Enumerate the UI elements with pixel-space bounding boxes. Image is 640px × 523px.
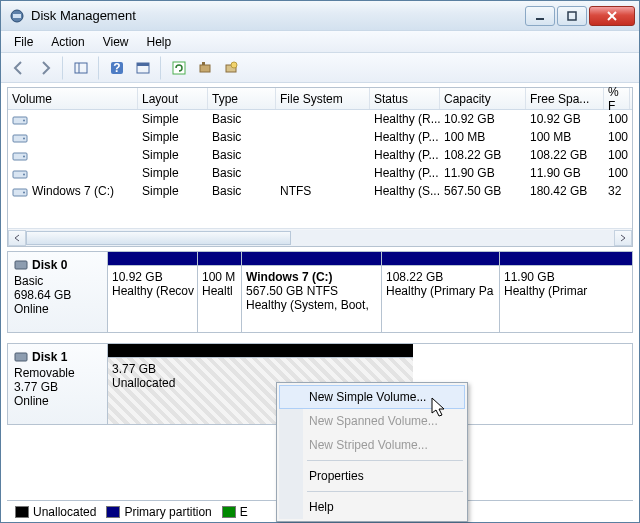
svg-rect-14 (202, 62, 205, 65)
svg-point-26 (23, 191, 25, 193)
legend-primary: Primary partition (106, 505, 211, 519)
drive-icon (12, 132, 28, 144)
horizontal-scrollbar[interactable] (8, 228, 632, 246)
svg-rect-12 (173, 62, 185, 74)
col-capacity[interactable]: Capacity (440, 88, 526, 109)
partition[interactable]: 10.92 GBHealthy (Recov (108, 252, 198, 332)
svg-rect-13 (200, 65, 210, 72)
volume-list[interactable]: Volume Layout Type File System Status Ca… (7, 87, 633, 247)
partition[interactable]: Windows 7 (C:)567.50 GB NTFSHealthy (Sys… (242, 252, 382, 332)
svg-point-20 (23, 137, 25, 139)
col-layout[interactable]: Layout (138, 88, 208, 109)
partition[interactable]: 108.22 GBHealthy (Primary Pa (382, 252, 500, 332)
partition-bar (382, 252, 499, 266)
svg-rect-1 (13, 14, 21, 18)
close-button[interactable] (589, 6, 635, 26)
menu-help[interactable]: Help (138, 33, 181, 51)
volume-row[interactable]: Simple Basic Healthy (R... 10.92 GB 10.9… (8, 110, 632, 128)
context-menu-separator (307, 460, 463, 461)
settings-button[interactable] (131, 56, 161, 80)
col-type[interactable]: Type (208, 88, 276, 109)
svg-rect-28 (15, 353, 27, 361)
forward-button[interactable] (33, 56, 63, 80)
col-volume[interactable]: Volume (8, 88, 138, 109)
svg-rect-11 (137, 63, 149, 66)
disk-1-info: Disk 1 Removable 3.77 GB Online (8, 344, 108, 424)
svg-rect-3 (568, 12, 576, 20)
volume-row[interactable]: Simple Basic Healthy (P... 100 MB 100 MB… (8, 128, 632, 146)
partition-bar (500, 252, 632, 266)
svg-point-22 (23, 155, 25, 157)
window-title: Disk Management (31, 8, 523, 23)
partition-bar (242, 252, 381, 266)
help-button[interactable]: ? (105, 56, 129, 80)
drive-icon (12, 168, 28, 180)
show-hide-button[interactable] (69, 56, 99, 80)
svg-rect-27 (15, 261, 27, 269)
col-filesystem[interactable]: File System (276, 88, 370, 109)
disk-icon (14, 350, 28, 364)
scroll-thumb[interactable] (26, 231, 291, 245)
app-icon (9, 8, 25, 24)
ctx-new-striped-volume: New Striped Volume... (279, 433, 465, 457)
col-pfree[interactable]: % F (604, 88, 630, 109)
volume-row[interactable]: Windows 7 (C:) Simple Basic NTFS Healthy… (8, 182, 632, 200)
svg-point-16 (231, 62, 237, 68)
disk-0-info: Disk 0 Basic 698.64 GB Online (8, 252, 108, 332)
volume-row[interactable]: Simple Basic Healthy (P... 108.22 GB 108… (8, 146, 632, 164)
ctx-properties[interactable]: Properties (279, 464, 465, 488)
legend-unallocated: Unallocated (15, 505, 96, 519)
disk-0[interactable]: Disk 0 Basic 698.64 GB Online 10.92 GBHe… (7, 251, 633, 333)
volume-rows: Simple Basic Healthy (R... 10.92 GB 10.9… (8, 110, 632, 228)
maximize-button[interactable] (557, 6, 587, 26)
partition-bar (108, 344, 413, 358)
disk-icon (14, 258, 28, 272)
volume-row[interactable]: Simple Basic Healthy (P... 11.90 GB 11.9… (8, 164, 632, 182)
menu-bar: File Action View Help (1, 31, 639, 53)
legend-extended: E (222, 505, 248, 519)
scroll-track[interactable] (26, 230, 614, 246)
col-status[interactable]: Status (370, 88, 440, 109)
back-button[interactable] (7, 56, 31, 80)
menu-view[interactable]: View (94, 33, 138, 51)
partition-bar (198, 252, 241, 266)
partition-bar (108, 252, 197, 266)
menu-action[interactable]: Action (42, 33, 93, 51)
ctx-new-spanned-volume: New Spanned Volume... (279, 409, 465, 433)
context-menu-separator (307, 491, 463, 492)
ctx-new-simple-volume[interactable]: New Simple Volume... (279, 385, 465, 409)
column-headers[interactable]: Volume Layout Type File System Status Ca… (8, 88, 632, 110)
drive-icon (12, 150, 28, 162)
refresh-button[interactable] (167, 56, 191, 80)
minimize-button[interactable] (525, 6, 555, 26)
partition[interactable]: 100 MHealtl (198, 252, 242, 332)
svg-point-18 (23, 119, 25, 121)
partition[interactable]: 11.90 GBHealthy (Primar (500, 252, 632, 332)
menu-file[interactable]: File (5, 33, 42, 51)
rescan-button[interactable] (193, 56, 217, 80)
drive-icon (12, 186, 28, 198)
scroll-left-button[interactable] (8, 230, 26, 246)
title-bar[interactable]: Disk Management (1, 1, 639, 31)
ctx-help[interactable]: Help (279, 495, 465, 519)
context-menu: New Simple Volume... New Spanned Volume.… (276, 382, 468, 522)
svg-text:?: ? (113, 61, 120, 75)
toolbar: ? (1, 53, 639, 83)
svg-point-24 (23, 173, 25, 175)
more-actions-button[interactable] (219, 56, 243, 80)
svg-rect-6 (75, 63, 87, 73)
drive-icon (12, 114, 28, 126)
col-free[interactable]: Free Spa... (526, 88, 604, 109)
scroll-right-button[interactable] (614, 230, 632, 246)
